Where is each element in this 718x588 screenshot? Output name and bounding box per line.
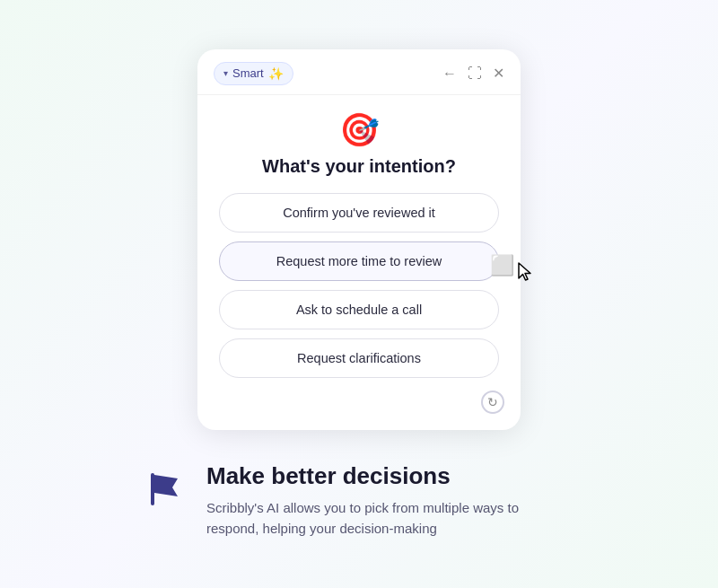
flag-icon bbox=[144, 466, 190, 521]
card-header: ▾ Smart ✨ ← ⛶ ✕ bbox=[197, 49, 521, 95]
smart-badge[interactable]: ▾ Smart ✨ bbox=[214, 62, 293, 85]
options-list: Confirm you've reviewed it Request more … bbox=[219, 193, 499, 378]
sparkle-icon: ✨ bbox=[268, 66, 284, 81]
bottom-title: Make better decisions bbox=[206, 462, 547, 490]
option-confirm[interactable]: Confirm you've reviewed it bbox=[219, 193, 499, 233]
cursor-icon: ⬜ bbox=[490, 254, 514, 277]
card-body: 🎯 What's your intention? Confirm you've … bbox=[197, 95, 521, 385]
refresh-icon-symbol: ↻ bbox=[487, 395, 498, 409]
back-icon[interactable]: ← bbox=[442, 66, 457, 81]
intention-card: ▾ Smart ✨ ← ⛶ ✕ 🎯 What's your intention?… bbox=[197, 49, 521, 430]
chevron-icon: ▾ bbox=[223, 68, 228, 78]
bottom-description: Scribbly's AI allows you to pick from mu… bbox=[206, 497, 547, 540]
intention-title: What's your intention? bbox=[262, 156, 456, 177]
option-schedule[interactable]: Ask to schedule a call bbox=[219, 290, 499, 329]
card-footer: ↻ bbox=[197, 385, 521, 416]
header-icons: ← ⛶ ✕ bbox=[442, 66, 504, 81]
bottom-text: Make better decisions Scribbly's AI allo… bbox=[206, 462, 547, 540]
smart-badge-label: Smart bbox=[232, 66, 264, 80]
option-more-time[interactable]: Request more time to review ⬜ bbox=[219, 241, 499, 281]
svg-rect-0 bbox=[151, 473, 154, 505]
expand-icon[interactable]: ⛶ bbox=[468, 66, 482, 81]
refresh-button[interactable]: ↻ bbox=[481, 391, 504, 414]
target-emoji: 🎯 bbox=[339, 111, 380, 149]
bottom-section: Make better decisions Scribbly's AI allo… bbox=[135, 462, 583, 540]
option-clarify[interactable]: Request clarifications bbox=[219, 338, 499, 378]
close-icon[interactable]: ✕ bbox=[493, 66, 504, 81]
